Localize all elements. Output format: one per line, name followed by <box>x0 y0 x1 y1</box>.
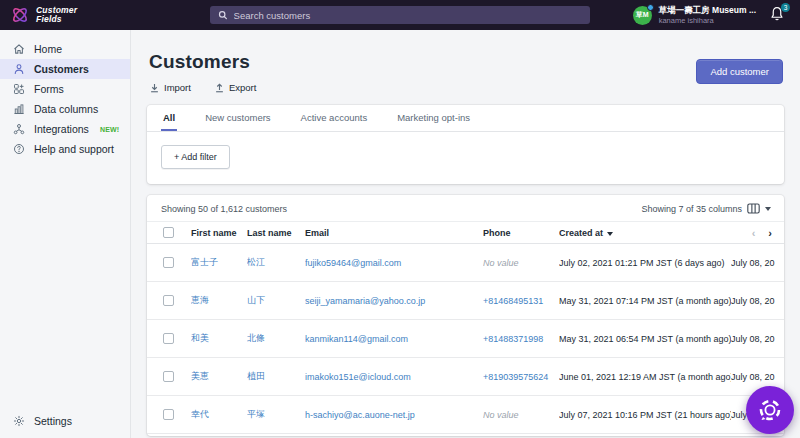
avatar-status-dot <box>647 4 654 11</box>
columns-selector[interactable]: Showing 7 of 35 columns <box>641 203 771 214</box>
customers-icon <box>13 63 25 75</box>
integrations-icon <box>13 123 25 135</box>
store-name: 草場一壽工房 Museum ... <box>659 5 756 15</box>
export-icon <box>215 83 224 93</box>
cell-first-name[interactable]: 和美 <box>191 332 247 345</box>
cell-last-name[interactable]: 松江 <box>247 256 305 269</box>
sidebar-item-label: Settings <box>34 415 72 427</box>
sidebar-item-label: Integrations <box>34 123 89 135</box>
cell-first-name[interactable]: 美恵 <box>191 370 247 383</box>
rows-summary: Showing 50 of 1,612 customers <box>161 204 287 214</box>
tabs-card: All New customers Active accounts Market… <box>147 105 784 184</box>
cell-email[interactable]: h-sachiyo@ac.auone-net.jp <box>305 410 483 420</box>
column-header-first-name[interactable]: First name <box>191 228 247 238</box>
sidebar-item-label: Help and support <box>34 143 114 155</box>
notification-badge: 3 <box>781 3 790 12</box>
export-button[interactable]: Export <box>215 82 256 93</box>
sidebar-item-forms[interactable]: Forms <box>0 79 130 99</box>
sidebar-item-label: Forms <box>34 83 64 95</box>
cell-last-name[interactable]: 植田 <box>247 370 305 383</box>
chevron-down-icon <box>765 207 771 211</box>
scroll-columns-right-button[interactable]: › <box>768 227 772 239</box>
scroll-columns-left-button[interactable]: ‹ <box>752 227 756 239</box>
row-checkbox[interactable] <box>163 295 174 306</box>
row-checkbox[interactable] <box>163 257 174 268</box>
cell-phone: No value <box>483 258 559 268</box>
home-icon <box>13 43 25 55</box>
columns-icon <box>747 203 760 214</box>
select-all-checkbox[interactable] <box>163 227 174 238</box>
cell-created-at: May 31, 2021 07:14 PM JST (a month ago) <box>559 296 731 306</box>
sidebar-item-integrations[interactable]: Integrations NEW! <box>0 119 130 139</box>
row-checkbox[interactable] <box>163 333 174 344</box>
page-title: Customers <box>149 51 784 73</box>
cell-first-name[interactable]: 恵海 <box>191 294 247 307</box>
cell-last-name[interactable]: 平塚 <box>247 408 305 421</box>
sidebar-item-label: Home <box>34 43 62 55</box>
import-icon <box>150 83 159 93</box>
cell-extra-date: July 08, 20 <box>731 372 784 382</box>
cell-first-name[interactable]: 富士子 <box>191 256 247 269</box>
add-customer-button[interactable]: Add customer <box>696 59 783 84</box>
main-content: Customers Import Export Add customer All… <box>131 30 800 438</box>
cell-created-at: July 07, 2021 10:16 PM JST (21 hours ago… <box>559 410 731 420</box>
global-search[interactable] <box>210 6 590 24</box>
topbar: Customer Fields 草M 草場一壽工房 Museum ... kan… <box>0 0 800 30</box>
cell-email[interactable]: imakoko151e@icloud.com <box>305 372 483 382</box>
sidebar-item-customers[interactable]: Customers <box>0 59 130 79</box>
app-logo[interactable]: Customer Fields <box>10 5 77 25</box>
column-header-created-at[interactable]: Created at <box>559 228 731 238</box>
tab-active-accounts[interactable]: Active accounts <box>299 105 370 131</box>
table-row: 美恵 植田 imakoko151e@icloud.com +8190395756… <box>147 358 784 396</box>
customers-table-card: Showing 50 of 1,612 customers Showing 7 … <box>147 195 784 436</box>
gear-icon <box>13 415 25 427</box>
cell-created-at: May 31, 2021 06:54 PM JST (a month ago) <box>559 334 731 344</box>
cell-first-name[interactable]: 幸代 <box>191 408 247 421</box>
sidebar-item-settings[interactable]: Settings <box>0 411 130 431</box>
cell-last-name[interactable]: 北條 <box>247 332 305 345</box>
store-menu[interactable]: 草M 草場一壽工房 Museum ... kaname ishihara <box>633 5 756 24</box>
import-button[interactable]: Import <box>150 82 191 93</box>
cell-extra-date: July 08, 20 <box>731 334 784 344</box>
column-header-last-name[interactable]: Last name <box>247 228 305 238</box>
cell-phone[interactable]: +819039575624 <box>483 372 559 382</box>
row-checkbox[interactable] <box>163 371 174 382</box>
column-header-email[interactable]: Email <box>305 228 483 238</box>
column-header-phone[interactable]: Phone <box>483 228 559 238</box>
forms-icon <box>13 83 25 95</box>
table-row: 和美 北條 kanmikan114@gmail.com +81488371998… <box>147 320 784 358</box>
cell-phone[interactable]: +81488371998 <box>483 334 559 344</box>
sort-caret-icon <box>607 232 613 236</box>
row-checkbox[interactable] <box>163 409 174 420</box>
sidebar-item-label: Data columns <box>34 103 98 115</box>
export-label: Export <box>229 82 256 93</box>
customer-fields-logo-icon <box>10 5 30 25</box>
cell-email[interactable]: kanmikan114@gmail.com <box>305 334 483 344</box>
table-row: 幸代 平塚 h-sachiyo@ac.auone-net.jp No value… <box>147 396 784 434</box>
cell-email[interactable]: fujiko59464@gmail.com <box>305 258 483 268</box>
cell-email[interactable]: seiji_yamamaria@yahoo.co.jp <box>305 296 483 306</box>
tab-new-customers[interactable]: New customers <box>203 105 272 131</box>
help-icon <box>13 143 25 155</box>
cell-created-at: July 02, 2021 01:21 PM JST (6 days ago) <box>559 258 731 268</box>
sidebar-item-help-and-support[interactable]: Help and support <box>0 139 130 159</box>
cell-last-name[interactable]: 山下 <box>247 294 305 307</box>
data-columns-icon <box>13 103 25 115</box>
tab-marketing-opt-ins[interactable]: Marketing opt-ins <box>395 105 472 131</box>
columns-summary: Showing 7 of 35 columns <box>641 204 742 214</box>
sidebar-item-home[interactable]: Home <box>0 39 130 59</box>
cell-phone[interactable]: +81468495131 <box>483 296 559 306</box>
search-input[interactable] <box>234 10 582 21</box>
import-label: Import <box>164 82 191 93</box>
notifications-button[interactable]: 3 <box>770 6 786 24</box>
add-filter-button[interactable]: + Add filter <box>161 145 230 169</box>
table-row: 恵海 山下 seiji_yamamaria@yahoo.co.jp +81468… <box>147 282 784 320</box>
cell-created-at: June 01, 2021 12:19 AM JST (a month ago) <box>559 372 731 382</box>
sidebar: Home Customers Forms Data columns Integr… <box>0 30 131 438</box>
support-widget-button[interactable] <box>746 386 794 434</box>
sidebar-item-data-columns[interactable]: Data columns <box>0 99 130 119</box>
app-logo-text: Customer Fields <box>36 6 77 25</box>
table-row: 富士子 松江 fujiko59464@gmail.com No value Ju… <box>147 244 784 282</box>
cell-phone: No value <box>483 410 559 420</box>
tab-all[interactable]: All <box>161 105 177 131</box>
